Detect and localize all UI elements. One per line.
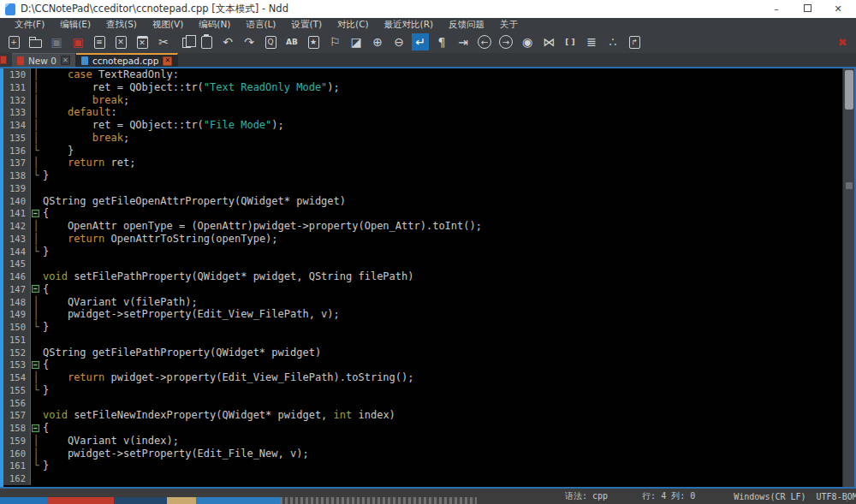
code-line-151: 151 — [3, 334, 842, 347]
menu-item-7[interactable]: 设置(T) — [283, 18, 330, 31]
tab-ccnotepad-cpp[interactable]: ccnotepad.cpp✕ — [76, 53, 178, 67]
new-file-icon[interactable]: + — [5, 33, 22, 50]
code-text: return pwidget->property(Edit_View_FileP… — [43, 371, 414, 384]
paste-icon[interactable] — [198, 33, 215, 50]
fold-collapse-icon[interactable]: − — [31, 207, 41, 220]
find-icon[interactable]: Q — [262, 33, 279, 50]
menu-item-2[interactable]: 编辑(E) — [52, 18, 98, 31]
filter-icon[interactable]: ≣ — [583, 33, 600, 50]
fold-margin — [31, 397, 41, 410]
fold-margin — [31, 472, 41, 485]
code-line-133: 133│ default: — [3, 106, 842, 119]
code-text: { — [43, 283, 49, 296]
menu-item-10[interactable]: 反馈问题 — [441, 18, 492, 31]
code-line-156: 156 — [3, 397, 842, 410]
line-number: 134 — [3, 119, 31, 132]
fold-collapse-icon[interactable]: − — [31, 283, 41, 296]
menu-item-11[interactable]: 关于 — [492, 18, 526, 31]
menu-item-4[interactable]: 视图(V) — [145, 18, 191, 31]
line-number: 133 — [3, 106, 31, 119]
export-icon[interactable]: ↱ — [626, 33, 643, 50]
eraser-icon[interactable]: ◪ — [348, 33, 365, 50]
menu-item-8[interactable]: 对比(C) — [330, 18, 377, 31]
save-all-icon[interactable]: ▣ — [69, 33, 86, 50]
fold-margin: │ — [31, 371, 41, 384]
maximize-button[interactable] — [801, 2, 813, 17]
code-line-143: 143│ return OpenAttrToString(openType); — [3, 233, 842, 246]
tab-list-red-icon[interactable] — [0, 56, 7, 64]
redo-icon[interactable]: ↷ — [241, 33, 258, 50]
tab-new-0[interactable]: New 0✕ — [12, 53, 76, 67]
toolbar-close-icon[interactable]: ✖ — [834, 33, 851, 50]
fold-margin: └ — [31, 145, 41, 157]
app-file-icon — [5, 3, 15, 15]
menu-item-5[interactable]: 编码(N) — [191, 18, 238, 31]
tab-close-icon[interactable]: ✕ — [163, 56, 172, 66]
resize-grip[interactable]: ⋰ — [846, 494, 853, 502]
code-line-139: 139 — [3, 182, 842, 195]
word-wrap-icon[interactable]: ↵ — [412, 33, 429, 50]
tab-bar: New 0✕ccnotepad.cpp✕ — [0, 53, 856, 68]
minimize-button[interactable]: – — [770, 2, 782, 17]
line-number: 141 — [3, 207, 31, 220]
fold-margin: │ — [31, 157, 41, 169]
close-document-icon[interactable]: ✕ — [112, 33, 129, 50]
menu-item-1[interactable]: 文件(F) — [7, 18, 52, 31]
tab-doc-icon — [17, 56, 24, 65]
fold-collapse-icon[interactable]: − — [31, 422, 41, 435]
line-number: 138 — [3, 169, 31, 182]
code-line-159: 159│ QVariant v(index); — [3, 435, 842, 448]
toolbar: +▣▣≡✕✕✂↶↷QAB★⚐◪⊕⊖↵¶⇥←→◉⋈[ ]≣∴↱✖ — [0, 31, 856, 53]
code-text: } — [43, 169, 49, 182]
undo-icon[interactable]: ↶ — [219, 33, 236, 50]
locate-icon[interactable]: ◉ — [519, 33, 536, 50]
cut-icon[interactable]: ✂ — [155, 33, 172, 50]
status-cursor-position: 行: 4 列: 0 — [642, 490, 695, 502]
brackets-icon[interactable]: [ ] — [562, 33, 579, 50]
nav-forward-icon[interactable]: → — [497, 33, 514, 50]
code-line-148: 148│ QVariant v(filePath); — [3, 296, 842, 309]
editor-surface[interactable]: 130│ case TextReadOnly:131│ ret = QObjec… — [3, 68, 842, 487]
indent-guide-icon[interactable]: ⇥ — [455, 33, 472, 50]
code-line-152: 152QString getFilePathProperty(QWidget* … — [3, 347, 842, 359]
fold-margin — [31, 409, 41, 422]
menu-item-6[interactable]: 语言(L) — [238, 18, 283, 31]
nav-back-icon[interactable]: ← — [476, 33, 493, 50]
fold-margin: │ — [31, 296, 41, 309]
pin-icon[interactable]: ⚐ — [326, 33, 343, 50]
tree-icon[interactable]: ∴ — [604, 33, 621, 50]
code-editor[interactable]: 130│ case TextReadOnly:131│ ret = QObjec… — [0, 68, 856, 487]
fold-collapse-icon[interactable]: − — [31, 359, 41, 371]
replace-icon[interactable]: AB — [283, 33, 300, 50]
save-icon[interactable]: ▣ — [48, 33, 65, 50]
menu-item-9[interactable]: 最近对比(R) — [377, 18, 442, 31]
code-text: { — [43, 422, 49, 435]
maximize-icon — [804, 4, 811, 12]
close-button[interactable]: ✕ — [832, 2, 844, 17]
code-line-138: 138└} — [3, 169, 842, 182]
save-as-icon[interactable]: ≡ — [91, 33, 108, 50]
code-text: QVariant v(index); — [43, 435, 179, 448]
close-all-documents-icon[interactable]: ✕ — [134, 33, 151, 50]
open-folder-icon[interactable] — [27, 33, 44, 50]
tab-label: New 0 — [28, 56, 56, 66]
bookmark-icon[interactable]: ★ — [305, 33, 322, 50]
code-line-153: 153−{ — [3, 359, 842, 371]
zoom-out-icon[interactable]: ⊖ — [390, 33, 407, 50]
line-number: 155 — [3, 384, 31, 397]
code-line-140: 140QString getFileOpenAttrProperty(QWidg… — [3, 195, 842, 208]
menu-item-3[interactable]: 查找(S) — [98, 18, 145, 31]
code-line-157: 157void setFileNewIndexProperty(QWidget*… — [3, 409, 842, 422]
scrollbar-thumb[interactable] — [845, 70, 853, 110]
paragraph-mark-icon[interactable]: ¶ — [433, 33, 450, 50]
line-number: 131 — [3, 81, 31, 94]
compare-icon[interactable]: ⋈ — [540, 33, 557, 50]
window-title: D:\CCNotePad\cceditor\ccnotepad.cpp [文本模… — [21, 3, 288, 15]
zoom-in-icon[interactable]: ⊕ — [369, 33, 386, 50]
line-number: 145 — [3, 258, 31, 270]
copy-icon[interactable] — [176, 33, 193, 50]
code-text: QString getFilePathProperty(QWidget* pwi… — [43, 347, 321, 359]
tab-close-icon[interactable]: ✕ — [61, 56, 70, 65]
code-text: return OpenAttrToString(openType); — [43, 233, 278, 246]
vertical-scrollbar[interactable] — [842, 68, 854, 487]
